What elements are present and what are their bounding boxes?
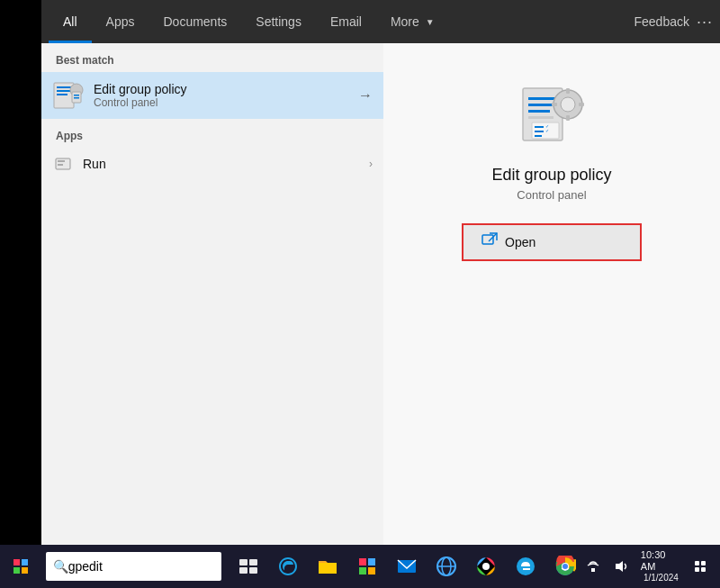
svg-rect-56: [695, 567, 699, 572]
best-match-title: Edit group policy: [94, 82, 358, 96]
svg-rect-31: [249, 559, 257, 565]
best-match-header: Best match: [41, 43, 383, 72]
best-match-item[interactable]: Edit group policy Control panel →: [41, 72, 383, 119]
start-button[interactable]: [0, 545, 42, 588]
left-panel: Best match: [41, 43, 383, 545]
globe-icon[interactable]: [430, 550, 463, 583]
nav-right: Feedback ···: [634, 13, 714, 32]
tab-documents[interactable]: Documents: [148, 0, 241, 43]
color-wheel-icon[interactable]: [470, 550, 502, 583]
taskbar-app-icons: [232, 550, 581, 583]
gpedit-large-icon: ✓ ✓: [516, 79, 588, 151]
open-icon: [482, 232, 498, 252]
date-display: 1/1/2024: [644, 573, 679, 583]
file-explorer-icon[interactable]: [311, 550, 344, 583]
edge-icon[interactable]: [272, 550, 304, 583]
task-view-icon[interactable]: [232, 550, 265, 583]
svg-rect-19: [566, 115, 570, 121]
system-tray: 10:30 AM 1/1/2024: [581, 554, 720, 579]
taskbar-search-box[interactable]: 🔍: [46, 552, 221, 581]
svg-rect-1: [57, 86, 71, 88]
best-match-subtitle: Control panel: [94, 96, 358, 109]
search-magnifier-icon: 🔍: [53, 559, 68, 574]
apps-header: Apps: [41, 119, 383, 148]
mail-icon[interactable]: [391, 550, 423, 583]
svg-rect-25: [535, 135, 542, 137]
svg-rect-12: [528, 97, 557, 100]
gpedit-small-icon: [52, 79, 85, 112]
svg-rect-52: [591, 568, 595, 572]
svg-point-17: [561, 97, 575, 112]
svg-rect-2: [57, 90, 71, 92]
svg-rect-10: [58, 164, 63, 166]
tab-more[interactable]: More ▼: [376, 0, 449, 43]
svg-rect-9: [58, 160, 65, 162]
svg-rect-20: [552, 103, 557, 106]
tab-all[interactable]: All: [49, 0, 92, 43]
svg-rect-37: [368, 567, 375, 574]
tab-settings[interactable]: Settings: [241, 0, 316, 43]
detail-title: Edit group policy: [491, 166, 611, 185]
svg-rect-3: [57, 94, 68, 95]
best-match-text: Edit group policy Control panel: [94, 82, 358, 109]
svg-point-43: [482, 563, 490, 570]
open-label: Open: [505, 235, 536, 249]
svg-rect-32: [239, 567, 248, 574]
svg-rect-33: [249, 567, 257, 574]
svg-rect-30: [239, 559, 248, 565]
nav-tabs: All Apps Documents Settings Email More ▼…: [41, 0, 720, 43]
search-window: All Apps Documents Settings Email More ▼…: [41, 0, 720, 545]
svg-rect-57: [701, 567, 706, 572]
network-icon[interactable]: [581, 554, 606, 579]
svg-point-51: [562, 564, 568, 569]
svg-rect-23: [535, 126, 544, 128]
action-center-icon[interactable]: [688, 554, 713, 579]
content-area: Best match: [41, 43, 720, 545]
svg-rect-18: [566, 88, 570, 94]
svg-rect-7: [74, 97, 79, 99]
svg-rect-54: [695, 561, 699, 565]
svg-rect-35: [368, 558, 375, 565]
run-arrow-icon: ›: [369, 158, 373, 170]
chrome-icon[interactable]: [549, 550, 581, 583]
app-run-label: Run: [83, 157, 369, 171]
taskbar: 🔍: [0, 545, 720, 588]
best-match-arrow: →: [358, 87, 373, 104]
windows-icon: [14, 559, 28, 574]
ie-icon[interactable]: [509, 550, 542, 583]
svg-rect-36: [359, 567, 366, 574]
svg-text:✓: ✓: [545, 128, 549, 133]
run-icon: [52, 153, 74, 175]
more-options-icon[interactable]: ···: [697, 13, 713, 32]
svg-rect-55: [701, 561, 706, 565]
tab-apps[interactable]: Apps: [92, 0, 149, 43]
chevron-down-icon: ▼: [426, 17, 435, 27]
clock[interactable]: 10:30 AM 1/1/2024: [637, 554, 685, 579]
detail-subtitle: Control panel: [517, 188, 586, 202]
svg-rect-34: [359, 558, 366, 565]
feedback-link[interactable]: Feedback: [634, 14, 689, 29]
tab-email[interactable]: Email: [316, 0, 376, 43]
svg-rect-15: [528, 116, 554, 119]
svg-rect-14: [528, 110, 550, 113]
time-display: 10:30 AM: [641, 549, 681, 573]
store-icon[interactable]: [351, 550, 383, 583]
search-input[interactable]: [68, 559, 203, 574]
svg-rect-24: [535, 131, 544, 132]
svg-marker-53: [616, 561, 623, 572]
volume-icon[interactable]: [609, 554, 634, 579]
right-panel: ✓ ✓ Edit group policy Control panel Open: [383, 43, 720, 545]
svg-rect-6: [74, 95, 79, 96]
open-button[interactable]: Open: [462, 223, 642, 261]
svg-rect-28: [482, 235, 493, 244]
svg-rect-21: [579, 103, 584, 106]
app-item-run[interactable]: Run ›: [41, 148, 383, 180]
